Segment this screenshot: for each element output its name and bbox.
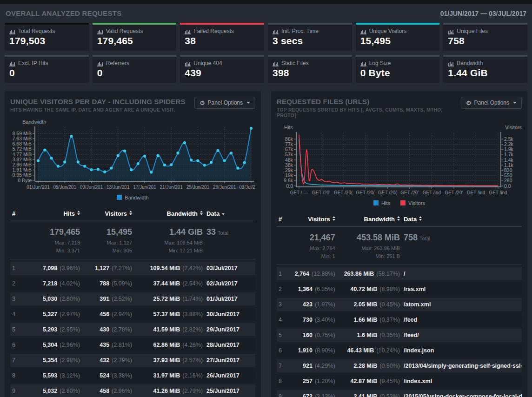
card-label: Valid Requests bbox=[106, 28, 143, 34]
panel-visitors: UNIQUE VISITORS PER DAY - INCLUDING SPID… bbox=[5, 91, 261, 397]
table-row[interactable]: 9672(3.13%)2.41 MiB(0.53%)/2015/05/using… bbox=[277, 390, 522, 397]
svg-text:17/Jun/201: 17/Jun/201 bbox=[133, 185, 156, 190]
table-summary: 21,467Max: 2,764Min: 1 453.58 MiBMax: 26… bbox=[277, 229, 522, 265]
sort-desc-icon bbox=[222, 213, 225, 215]
visitors-per-day-chart[interactable]: 8.59 MiB7.63 MiB6.68 MiB5.72 MiB4.77 MiB… bbox=[10, 126, 255, 192]
svg-text:8.59 MiB: 8.59 MiB bbox=[13, 131, 32, 136]
sort-icon bbox=[129, 211, 132, 215]
panel-options-button[interactable]: ⚙ Panel Options bbox=[194, 97, 255, 109]
sort-icon bbox=[77, 211, 80, 215]
svg-text:1.4k: 1.4k bbox=[504, 157, 514, 163]
bar-chart-icon bbox=[360, 28, 366, 34]
card-label: Unique 404 bbox=[193, 60, 222, 66]
panel-options-button[interactable]: ⚙ Panel Options bbox=[461, 97, 522, 109]
col-visitors[interactable]: Visitors bbox=[288, 213, 337, 227]
card-init-proc-time: Init. Proc. Time3 secs bbox=[268, 23, 352, 51]
svg-text:01/Jun/201: 01/Jun/201 bbox=[27, 185, 50, 190]
col-rank: # bbox=[10, 207, 24, 221]
table-row[interactable]: 3423(1.97%)2.05 MiB(0.45%)/atom.xml bbox=[277, 298, 522, 311]
svg-text:38k: 38k bbox=[285, 162, 293, 168]
legend-swatch bbox=[373, 200, 379, 205]
svg-text:29/Jun/201: 29/Jun/201 bbox=[213, 185, 236, 190]
table-summary: 179,465Max: 7,218Min: 3,371 15,495Max: 1… bbox=[10, 224, 255, 259]
table-row[interactable]: 95,032(2.80%)458(2.96%)41.26 MiB(2.79%)2… bbox=[10, 384, 255, 397]
table-row[interactable]: 4730(3.40%)1.66 MiB(0.37%)/feed bbox=[277, 313, 522, 326]
date-range: 01/JUN/2017 — 03/JUL/2017 bbox=[440, 10, 526, 17]
col-data[interactable]: Data bbox=[402, 213, 522, 227]
page: OVERALL ANALYZED REQUESTS 01/JUN/2017 — … bbox=[0, 9, 532, 397]
svg-text:25/Jun/201: 25/Jun/201 bbox=[186, 185, 210, 190]
svg-text:550: 550 bbox=[504, 172, 512, 178]
card-label: Unique Files bbox=[457, 28, 488, 34]
table-row[interactable]: 75,354(2.98%)432(2.79%)37.93 MiB(2.57%)2… bbox=[10, 354, 255, 367]
card-value: 38 bbox=[185, 35, 259, 46]
table-row[interactable]: 21,364(6.35%)40.72 MiB(8.98%)/rss.xml bbox=[277, 283, 522, 296]
panel-options-label: Panel Options bbox=[208, 99, 243, 106]
y-axis-title: Bandwidth bbox=[22, 119, 46, 125]
svg-text:4.77 MiB: 4.77 MiB bbox=[13, 152, 32, 157]
panels: UNIQUE VISITORS PER DAY - INCLUDING SPID… bbox=[5, 91, 527, 397]
col-data[interactable]: Data bbox=[205, 207, 255, 221]
card-static-files: Static Files398 bbox=[268, 55, 352, 83]
svg-text:GET /ind: GET /ind bbox=[467, 190, 485, 195]
bar-chart-icon bbox=[360, 60, 366, 66]
svg-text:67k: 67k bbox=[285, 146, 293, 152]
chart-legend: Bandwidth bbox=[10, 195, 255, 200]
svg-text:830: 830 bbox=[504, 167, 512, 173]
card-failed-requests: Failed Requests38 bbox=[180, 23, 264, 51]
card-value: 0 bbox=[97, 67, 172, 79]
col-bandwidth[interactable]: Bandwidth bbox=[337, 213, 402, 227]
table-row[interactable]: 7921(4.29%)2.28 MiB(0.50%)/2013/04/simpl… bbox=[277, 359, 522, 372]
table-row[interactable]: 85,593(3.12%)524(3.38%)31.97 MiB(2.16%)2… bbox=[10, 369, 255, 382]
col-hits[interactable]: Hits bbox=[24, 207, 82, 221]
col-visitors[interactable]: Visitors bbox=[82, 207, 134, 221]
table-row[interactable]: 61,910(8.90%)46.43 MiB(10.24%)/index.jso… bbox=[277, 344, 522, 357]
panel-title: REQUESTED FILES (URLS) bbox=[277, 98, 461, 106]
legend-item[interactable]: Hits bbox=[373, 200, 390, 206]
panel-options-label: Panel Options bbox=[474, 99, 509, 106]
chart-legend: Hits Visitors bbox=[277, 200, 522, 206]
svg-text:0.95 MiB: 0.95 MiB bbox=[13, 172, 32, 178]
svg-text:1.1k: 1.1k bbox=[504, 162, 514, 168]
table-row[interactable]: 35,030(2.80%)391(2.52%)25.72 MiB(1.74%)0… bbox=[10, 292, 255, 305]
svg-text:77k: 77k bbox=[285, 141, 293, 147]
card-label: Log Size bbox=[369, 60, 391, 66]
legend-item[interactable]: Visitors bbox=[400, 200, 425, 206]
sort-icon bbox=[200, 211, 203, 215]
svg-text:2.86 MiB: 2.86 MiB bbox=[13, 162, 32, 167]
panel-subtitle: TOP REQUESTS SORTED BY HITS [, AVGTS, CU… bbox=[277, 107, 461, 118]
card-value: 758 bbox=[448, 35, 523, 46]
card-label: Unique Visitors bbox=[369, 28, 406, 34]
card-value: 0 bbox=[9, 67, 84, 79]
legend-swatch bbox=[117, 195, 122, 200]
table-row[interactable]: 17,098(3.96%)1,127(7.27%)109.54 MiB(7.42… bbox=[10, 262, 255, 275]
table-row[interactable]: 45,327(2.97%)456(2.94%)57.37 MiB(3.88%)3… bbox=[10, 308, 255, 321]
svg-text:GET /20': GET /20' bbox=[312, 190, 330, 195]
card-value: 15,495 bbox=[360, 35, 435, 46]
requested-files-chart[interactable]: 86k77k67k57k48k38k29k19k9.6k0.02.5k2.2k1… bbox=[277, 131, 522, 197]
card-total-requests: Total Requests179,503 bbox=[5, 23, 89, 51]
svg-text:1.9k: 1.9k bbox=[504, 146, 514, 152]
top-nav-strip bbox=[0, 0, 532, 4]
sort-icon bbox=[397, 216, 400, 221]
svg-text:86k: 86k bbox=[285, 136, 293, 142]
table-row[interactable]: 5160(0.75%)1.6 MiB(0.35%)/feed/ bbox=[277, 329, 522, 342]
card-label: Bandwidth bbox=[457, 60, 483, 66]
svg-text:29k: 29k bbox=[285, 167, 293, 173]
table-row[interactable]: 27,218(4.02%)788(5.09%)37.44 MiB(2.54%)0… bbox=[10, 277, 255, 290]
col-bandwidth[interactable]: Bandwidth bbox=[134, 207, 205, 221]
card-value: 439 bbox=[185, 67, 259, 79]
svg-text:GET /20(: GET /20( bbox=[356, 190, 375, 195]
table-row[interactable]: 55,293(2.95%)430(2.78%)41.59 MiB(2.82%)2… bbox=[10, 323, 255, 336]
bar-chart-icon bbox=[273, 60, 279, 66]
svg-text:0.0: 0.0 bbox=[504, 183, 511, 189]
col-rank: # bbox=[277, 213, 288, 227]
legend-item[interactable]: Bandwidth bbox=[117, 195, 148, 200]
card-value: 3 secs bbox=[273, 35, 347, 46]
table-row[interactable]: 12,764(12.88%)263.86 MiB(58.17%)/ bbox=[277, 267, 522, 280]
svg-text:3.82 MiB: 3.82 MiB bbox=[13, 157, 32, 162]
svg-text:GET / ---: GET / --- bbox=[290, 190, 308, 195]
table-row[interactable]: 8257(1.20%)42.87 MiB(9.45%)/index.xml bbox=[277, 375, 522, 388]
table-row[interactable]: 65,304(2.96%)435(2.81%)62.86 MiB(4.26%)2… bbox=[10, 338, 255, 351]
svg-text:57k: 57k bbox=[285, 152, 293, 157]
